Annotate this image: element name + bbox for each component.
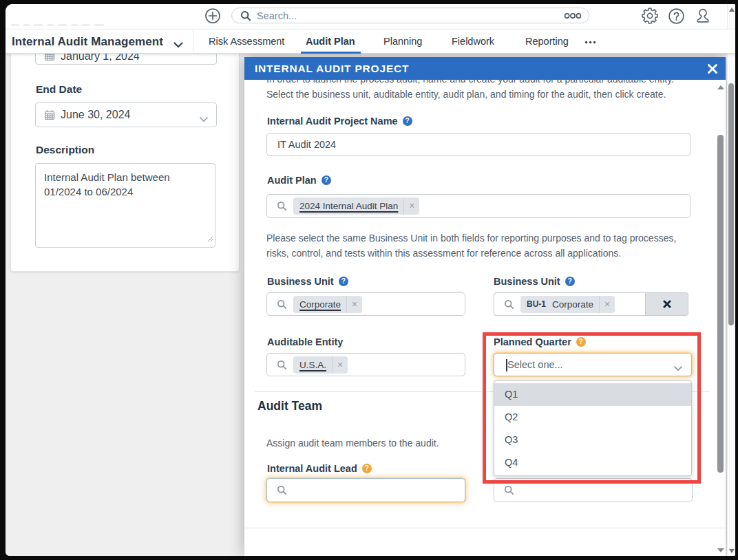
active-tab-underline [301, 52, 361, 54]
help-icon[interactable]: ? [565, 277, 575, 286]
business-unit-note: Please select the same Business Unit in … [266, 231, 693, 261]
page-scroll-down-icon[interactable] [729, 549, 735, 553]
chip-text: Corporate [552, 299, 593, 310]
input-value: IT Audit 2024 [277, 139, 336, 150]
auditable-entity-select[interactable]: U.S.A. × [266, 353, 465, 376]
chip-text[interactable]: U.S.A. [299, 360, 326, 370]
modal-title: INTERNAL AUDIT PROJECT [255, 63, 409, 75]
global-search[interactable]: Search... [231, 8, 589, 23]
label-text: Business Unit [494, 276, 560, 287]
label-text: Auditable Entity [267, 336, 343, 347]
internal-audit-lead-input[interactable] [266, 478, 465, 502]
app-window: Search... Int [6, 4, 735, 556]
description-textarea[interactable]: Internal Audit Plan between 01/2024 to 0… [35, 163, 215, 248]
business-unit-right-label: Business Unit ? [494, 275, 575, 288]
remove-chip-icon[interactable]: × [333, 356, 348, 374]
audit-plan-chip[interactable]: 2024 Internal Audit Plan × [293, 197, 419, 215]
remove-chip-icon[interactable]: × [347, 296, 362, 313]
tab-overflow[interactable] [585, 41, 596, 44]
tab-audit-plan[interactable]: Audit Plan [306, 30, 355, 54]
start-date-value: January 1, 2024 [61, 54, 140, 63]
help-icon[interactable]: ? [403, 116, 412, 126]
search-icon [240, 10, 251, 21]
clear-selection-button[interactable] [646, 292, 688, 316]
project-name-input[interactable]: IT Audit 2024 [266, 133, 690, 156]
business-unit-left-label: Business Unit ? [267, 275, 348, 288]
end-date-field[interactable]: June 30, 2024 [35, 103, 217, 127]
content-area: January 1, 2024 End Date June 30, 2024 [6, 54, 735, 556]
close-icon[interactable] [707, 63, 718, 74]
navbar: Internal Audit Management Risk Assessmen… [6, 29, 735, 54]
calendar-icon [44, 54, 55, 61]
label-text: Internal Audit Project Name [267, 116, 398, 127]
tab-planning[interactable]: Planning [383, 30, 422, 54]
end-date-value: June 30, 2024 [61, 109, 130, 121]
business-unit-chip[interactable]: Corporate × [293, 296, 362, 313]
page-scrollbar-thumb[interactable] [728, 83, 734, 325]
project-name-label: Internal Audit Project Name ? [267, 115, 412, 127]
intro-text-line: In order to launch the process audit, na… [266, 80, 693, 87]
annotation-highlight-box [483, 332, 701, 484]
label-text: Internal Audit Lead [267, 463, 357, 474]
audit-team-heading: Audit Team [257, 399, 322, 413]
modal-header: INTERNAL AUDIT PROJECT [244, 57, 726, 80]
auditable-entity-chip[interactable]: U.S.A. × [293, 356, 348, 374]
search-icon [277, 485, 287, 495]
page-scroll-up-icon[interactable] [729, 8, 735, 12]
description-text-line: 01/2024 to 06/2024 [44, 184, 207, 199]
chip-code-text: BU-1 [527, 299, 546, 309]
chip-text[interactable]: Corporate [299, 299, 341, 310]
remove-chip-icon[interactable]: × [600, 296, 615, 313]
modal-scroll-up-icon[interactable] [717, 85, 724, 89]
remove-chip-icon[interactable]: × [404, 197, 419, 215]
audit-plan-select[interactable]: 2024 Internal Audit Plan × [266, 194, 690, 218]
search-options-icon[interactable] [564, 12, 582, 19]
description-label: Description [36, 144, 94, 156]
settings-gear-icon[interactable] [642, 8, 658, 27]
label-text: Business Unit [267, 276, 334, 287]
search-icon [504, 485, 514, 495]
start-date-field[interactable]: January 1, 2024 [35, 54, 217, 65]
note-text-line: risks, control, and tests within this as… [266, 246, 693, 261]
footer-divider [244, 528, 726, 528]
add-icon[interactable] [205, 8, 220, 26]
help-icon[interactable]: ? [362, 464, 372, 473]
search-icon [504, 299, 514, 310]
search-placeholder: Search... [257, 10, 564, 21]
chip-text[interactable]: 2024 Internal Audit Plan [299, 201, 398, 211]
business-unit-left-select[interactable]: Corporate × [266, 292, 465, 316]
screen: Search... Int [0, 0, 738, 560]
end-date-label: End Date [36, 83, 82, 96]
modal-scroll-down-icon[interactable] [717, 548, 724, 552]
business-unit-right-select[interactable]: BU-1 Corporate × [494, 292, 646, 316]
search-icon [277, 299, 287, 310]
page-scrollbar[interactable] [727, 4, 735, 556]
help-icon[interactable]: ? [339, 277, 348, 286]
resize-handle-icon[interactable] [207, 231, 213, 246]
audit-plan-label: Audit Plan ? [267, 174, 331, 186]
modal-body: In order to launch the process audit, na… [244, 80, 726, 556]
audit-plan-card: January 1, 2024 End Date June 30, 2024 [10, 54, 240, 272]
internal-audit-lead-label: Internal Audit Lead ? [267, 462, 372, 475]
user-icon[interactable] [695, 8, 711, 27]
calendar-icon [44, 109, 55, 120]
tab-fieldwork[interactable]: Fieldwork [452, 30, 494, 54]
topbar: Search... [6, 4, 735, 29]
auditable-entity-label: Auditable Entity [267, 336, 343, 348]
help-icon[interactable] [668, 8, 684, 27]
chevron-down-icon[interactable] [173, 39, 183, 51]
search-icon [277, 360, 287, 370]
label-text: Audit Plan [267, 175, 317, 186]
tab-reporting[interactable]: Reporting [525, 30, 569, 54]
intro-text-line: Select the business unit, auditable enti… [266, 87, 693, 103]
help-icon[interactable]: ? [321, 175, 331, 185]
note-text-line: Please select the same Business Unit in … [266, 231, 693, 246]
chevron-down-icon [200, 113, 208, 125]
nav-separator [193, 30, 193, 54]
search-icon [277, 201, 287, 211]
business-unit-ref-chip[interactable]: BU-1 Corporate × [520, 296, 615, 313]
audit-team-description: Assign audit team members to the audit. [266, 436, 439, 451]
modal-scrollbar-thumb[interactable] [717, 135, 724, 473]
module-selector[interactable]: Internal Audit Management [12, 30, 163, 54]
tab-risk-assessment[interactable]: Risk Assessment [209, 30, 284, 54]
